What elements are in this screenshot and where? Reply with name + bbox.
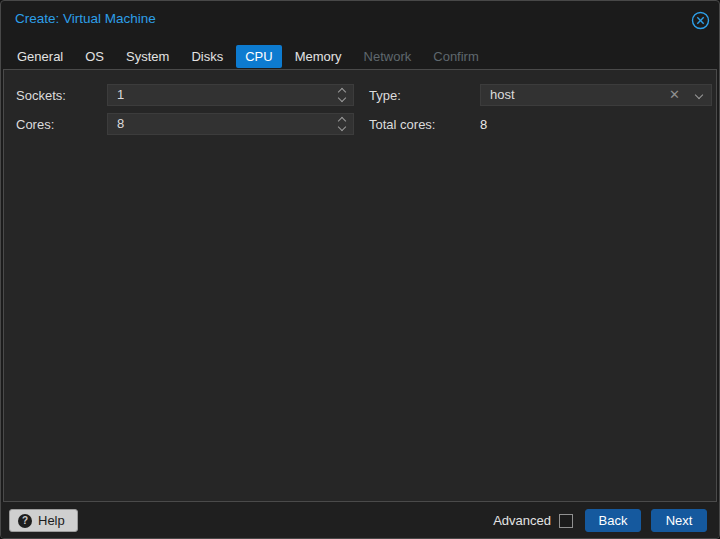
- close-icon[interactable]: [690, 10, 710, 30]
- dialog-title: Create: Virtual Machine: [15, 11, 156, 26]
- tab-os[interactable]: OS: [76, 45, 113, 68]
- type-combo-tools: ✕: [662, 85, 711, 105]
- advanced-checkbox[interactable]: [559, 514, 573, 528]
- sockets-spinner[interactable]: [331, 85, 353, 105]
- tab-system[interactable]: System: [117, 45, 178, 68]
- help-button[interactable]: ? Help: [9, 509, 78, 532]
- cores-value[interactable]: 8: [108, 114, 331, 134]
- clear-icon[interactable]: ✕: [662, 85, 687, 105]
- type-value[interactable]: host: [481, 85, 662, 105]
- spinner-down-icon[interactable]: [338, 123, 346, 131]
- sockets-value[interactable]: 1: [108, 85, 331, 105]
- tab-general[interactable]: General: [8, 45, 72, 68]
- spinner-down-icon[interactable]: [338, 94, 346, 102]
- chevron-down-icon[interactable]: [687, 85, 711, 105]
- tab-memory[interactable]: Memory: [286, 45, 351, 68]
- sockets-label: Sockets:: [16, 88, 66, 103]
- next-button[interactable]: Next: [651, 509, 707, 532]
- dialog-footer: ? Help Advanced Back Next: [1, 502, 719, 538]
- cores-input[interactable]: 8: [107, 113, 354, 135]
- question-circle-icon: ?: [18, 514, 32, 528]
- sockets-input[interactable]: 1: [107, 84, 354, 106]
- wizard-tabbar: General OS System Disks CPU Memory Netwo…: [8, 44, 492, 68]
- create-vm-dialog: Create: Virtual Machine General OS Syste…: [0, 0, 720, 539]
- dialog-titlebar: Create: Virtual Machine: [1, 1, 719, 41]
- advanced-label: Advanced: [493, 513, 551, 528]
- help-button-label: Help: [38, 513, 65, 528]
- total-cores-label: Total cores:: [369, 117, 435, 132]
- footer-actions: Advanced Back Next: [493, 509, 707, 532]
- cores-spinner[interactable]: [331, 114, 353, 134]
- back-button[interactable]: Back: [585, 509, 641, 532]
- cpu-tab-panel: Sockets: 1 Type: host ✕ Cores: 8: [3, 69, 717, 502]
- type-combobox[interactable]: host ✕: [480, 84, 712, 106]
- tab-cpu[interactable]: CPU: [236, 45, 281, 68]
- tab-disks[interactable]: Disks: [182, 45, 232, 68]
- type-label: Type:: [369, 88, 401, 103]
- cores-label: Cores:: [16, 117, 54, 132]
- total-cores-value: 8: [480, 117, 487, 132]
- tab-confirm: Confirm: [424, 45, 488, 68]
- tab-network: Network: [355, 45, 421, 68]
